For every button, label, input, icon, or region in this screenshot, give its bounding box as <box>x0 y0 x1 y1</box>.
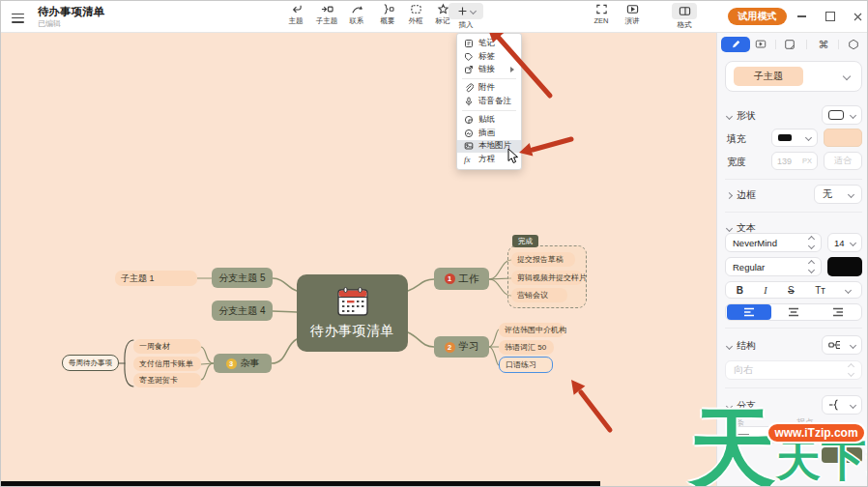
study-item-3-selected[interactable]: 口语练习 <box>499 357 553 373</box>
align-center-button[interactable] <box>771 304 816 320</box>
menu-item-illustration[interactable]: 插画 <box>457 127 521 140</box>
work-item-1[interactable]: 提交报告草稿 <box>511 252 575 267</box>
fill-color-dropdown[interactable] <box>771 129 818 147</box>
chore-item-3[interactable]: 寄圣诞贺卡 <box>133 373 201 387</box>
style-swatch: 子主题 <box>734 67 803 86</box>
chevron-down-icon <box>726 112 733 119</box>
done-tag[interactable]: 完成 <box>512 235 538 247</box>
toolbar-present-button[interactable]: 演讲 <box>616 3 649 31</box>
border-dropdown[interactable]: 无 <box>814 185 862 204</box>
hamburger-menu-button[interactable] <box>12 11 24 25</box>
tab-slideshow[interactable] <box>751 38 770 51</box>
tag-icon <box>464 52 474 62</box>
summary-topic-weekly[interactable]: 每周待办事项 <box>62 355 119 371</box>
branch-topic-5[interactable]: 分支主题 5 <box>212 268 273 288</box>
font-size-dropdown[interactable]: 14 <box>827 233 862 252</box>
text-case-button[interactable]: Tт <box>815 285 825 296</box>
topic-icon <box>290 3 303 15</box>
width-input[interactable]: 139 PX <box>771 152 818 170</box>
menu-item-voice-note[interactable]: 语音备注 <box>457 95 521 108</box>
menu-divider <box>462 78 516 79</box>
align-left-button[interactable] <box>727 304 771 320</box>
toolbar-format-button[interactable]: 格式 <box>668 3 701 31</box>
branch-work[interactable]: 1 工作 <box>434 268 489 290</box>
priority-3-badge: 3 <box>226 358 237 369</box>
study-item-2[interactable]: 韩语词汇 50 <box>499 340 554 355</box>
toolbar-zen-button[interactable]: ZEN <box>585 3 618 31</box>
present-icon <box>626 3 639 15</box>
chevron-down-icon <box>850 401 856 408</box>
attachment-icon <box>464 83 474 93</box>
section-divider <box>725 179 862 180</box>
maximize-button[interactable] <box>821 9 840 24</box>
fit-button[interactable]: 适合 <box>824 152 862 170</box>
tab-style-active[interactable] <box>721 37 750 52</box>
width-value: 139 <box>777 157 792 166</box>
document-title: 待办事项清单 <box>38 5 104 19</box>
note-icon <box>464 39 474 48</box>
border-section-header[interactable]: 边框 <box>727 188 756 202</box>
subtopic-1-label: 子主题 1 <box>121 272 155 285</box>
chevron-down-icon <box>848 190 854 197</box>
structure-section-header[interactable]: 结构 <box>727 339 756 353</box>
font-family-dropdown[interactable]: NeverMind <box>725 233 822 252</box>
menu-item-link[interactable]: 链接 <box>457 64 521 77</box>
close-icon <box>854 13 862 21</box>
tab-theme[interactable] <box>844 38 863 51</box>
width-unit: PX <box>802 157 812 165</box>
shape-section-header[interactable]: 形状 <box>727 109 756 123</box>
watermark-text: 天下载 <box>776 438 868 482</box>
subtopic-1[interactable]: 子主题 1 <box>115 271 197 286</box>
minimize-button[interactable] <box>792 9 811 24</box>
align-right-button[interactable] <box>816 304 860 320</box>
toolbar-relation-button[interactable]: 联系 <box>340 3 373 31</box>
close-button[interactable] <box>848 9 867 24</box>
menu-item-sticker[interactable]: 贴纸 <box>457 113 521 127</box>
italic-button[interactable]: I <box>764 285 767 296</box>
tab-shortcuts[interactable]: ⌘ <box>814 38 833 51</box>
direction-dropdown-disabled[interactable]: 向右 <box>725 360 862 380</box>
menu-item-tag[interactable]: 标签 <box>457 50 521 64</box>
trial-mode-button[interactable]: 试用模式 <box>728 8 787 25</box>
strikethrough-button[interactable]: S <box>788 285 795 296</box>
study-item-1[interactable]: 评估韩国中介机构 <box>499 323 564 337</box>
font-weight-dropdown[interactable]: Regular <box>725 257 822 276</box>
chevron-down-icon <box>850 341 856 348</box>
chore-item-2[interactable]: 支付信用卡账单 <box>133 357 201 371</box>
fill-swatch-button[interactable] <box>824 129 862 147</box>
bold-button[interactable]: B <box>737 285 743 296</box>
menu-item-note[interactable]: 笔记 <box>457 37 521 50</box>
chore-item-1[interactable]: 一周食材 <box>133 339 201 354</box>
branch-style-dropdown[interactable] <box>822 395 862 415</box>
toolbar-topic-button[interactable]: 主题 <box>279 3 312 31</box>
tab-note[interactable] <box>780 38 799 51</box>
branch-topic-5-label: 分支主题 5 <box>218 272 265 285</box>
central-topic[interactable]: 待办事项清单 <box>297 274 408 352</box>
toolbar-insert-button[interactable]: 插入 <box>448 3 484 31</box>
summary-icon <box>382 3 394 15</box>
work-item-3[interactable]: 营销会议 <box>511 288 567 302</box>
boundary-icon <box>410 3 422 15</box>
branch-study[interactable]: 2 学习 <box>434 336 489 358</box>
chevron-right-icon <box>726 191 733 198</box>
menu-divider <box>462 110 516 111</box>
toolbar-subtopic-button[interactable]: 子主题 <box>310 3 343 31</box>
chevron-down-icon <box>845 286 852 293</box>
document-status: 已编辑 <box>38 18 61 29</box>
menu-item-attachment[interactable]: 附件 <box>457 81 521 95</box>
plus-icon <box>457 6 468 16</box>
text-color-swatch[interactable] <box>827 257 862 276</box>
slideshow-icon <box>755 39 767 50</box>
mindmap-canvas[interactable] <box>1 32 716 487</box>
branch-topic-4[interactable]: 分支主题 4 <box>212 301 273 321</box>
style-preview-dropdown[interactable]: 子主题 <box>725 61 862 92</box>
branch-chores[interactable]: 3 杂事 <box>214 354 272 373</box>
relation-icon <box>351 3 363 15</box>
structure-dropdown[interactable] <box>822 335 862 355</box>
work-item-2[interactable]: 剪辑视频并提交样片 <box>511 271 583 285</box>
local-image-icon <box>464 141 474 151</box>
shape-dropdown[interactable] <box>822 105 862 125</box>
equation-icon: fx <box>464 155 474 164</box>
align-left-icon <box>743 307 755 317</box>
submenu-arrow-icon <box>510 67 514 72</box>
